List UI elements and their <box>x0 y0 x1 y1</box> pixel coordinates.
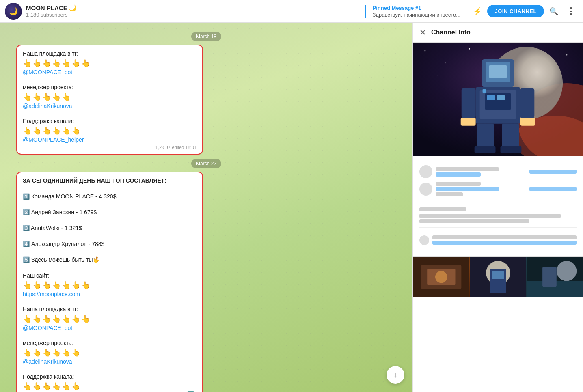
svg-rect-13 <box>520 88 534 118</box>
thumbnail-2[interactable] <box>470 257 527 297</box>
manager-link[interactable]: @adelinaKrikunova <box>23 103 72 109</box>
support-label: Поддержка канала: <box>23 373 196 381</box>
site-label: Наш сайт: <box>23 271 196 280</box>
top-message-text: ЗА СЕГОДНЯШНИЙ ДЕНЬ НАШ ТОП СОСТАВЛЯЕТ: <box>23 177 196 185</box>
svg-point-30 <box>435 271 447 283</box>
info-row-3 <box>419 234 577 246</box>
svg-rect-19 <box>500 146 521 153</box>
svg-point-24 <box>437 75 438 75</box>
emoji-decoration: 👆👆👆👆👆👆👆 <box>23 59 196 68</box>
astronaut-image <box>413 43 583 156</box>
info-row-2 <box>419 181 577 198</box>
svg-point-25 <box>566 54 568 56</box>
rank-2: 2️⃣ Андрей Занозин - 1 679$ <box>23 208 196 217</box>
channel-info-panel: ✕ Channel Info <box>412 23 583 392</box>
scroll-to-bottom-button[interactable]: ↓ <box>387 366 404 384</box>
info-line-3 <box>436 192 463 196</box>
section-line-1 <box>419 214 561 218</box>
bot-link-2[interactable]: @MOONPACE_bot <box>23 325 72 331</box>
manager-label: менеджер проекта: <box>23 339 196 347</box>
helper-link[interactable]: @MOONPLACE_helper <box>23 136 84 143</box>
svg-point-23 <box>469 48 470 50</box>
svg-rect-10 <box>487 95 495 100</box>
section-line-2 <box>419 219 529 223</box>
search-icon: 🔍 <box>549 7 558 16</box>
rank-5: 5️⃣ Здесь можешь быть ты🖐 <box>23 256 196 264</box>
info-avatar-1 <box>419 165 432 178</box>
rank-3: 3️⃣ AnutaWolki - 1 321$ <box>23 224 196 233</box>
svg-rect-34 <box>492 271 504 279</box>
close-icon: ✕ <box>419 28 426 37</box>
thumbnail-image-2 <box>470 257 527 297</box>
info-section-1 <box>419 202 577 223</box>
emoji-5: 👆👆👆👆👆👆👆 <box>23 314 196 323</box>
svg-rect-11 <box>497 95 505 100</box>
scroll-down-icon: ↓ <box>394 371 397 379</box>
info-badge <box>529 170 577 174</box>
svg-rect-12 <box>462 88 476 118</box>
chat-header: 🌙 MOON PLACE 🌙 1 180 subscribers Pinned … <box>0 0 583 23</box>
info-icon-small <box>419 235 429 245</box>
svg-point-26 <box>579 67 579 67</box>
svg-rect-14 <box>461 118 476 126</box>
platform-label: Наша площадка в тг: <box>23 305 196 314</box>
views-icon: 👁 <box>166 145 170 150</box>
channel-info: MOON PLACE 🌙 1 180 subscribers <box>26 4 365 18</box>
emoji-4: 👆👆👆👆👆👆👆 <box>23 281 196 290</box>
svg-rect-16 <box>477 124 494 148</box>
search-button[interactable]: 🔍 <box>546 4 561 19</box>
thumbnail-image-1 <box>413 257 470 297</box>
info-lines-2 <box>436 181 526 198</box>
date-badge-march22: March 22 <box>16 159 396 167</box>
thumbnail-1[interactable] <box>413 257 470 297</box>
svg-rect-20 <box>483 89 486 93</box>
pinned-message-bar[interactable]: Pinned Message #1 Здравствуй, начинающий… <box>365 5 470 18</box>
message-text-3: Поддержка канала: <box>23 117 196 125</box>
info-lines-1 <box>436 166 526 178</box>
message-text: Наша площадка в тг: <box>23 50 196 58</box>
info-content <box>413 156 583 256</box>
message-bubble: Наша площадка в тг: 👆👆👆👆👆👆👆 @MOONPACE_bo… <box>16 45 203 155</box>
section-label <box>419 207 466 211</box>
info-avatar-2 <box>419 183 432 196</box>
channel-avatar[interactable]: 🌙 <box>5 3 22 20</box>
filter-button[interactable]: ⚡ <box>470 4 485 19</box>
bot-link[interactable]: @MOONPACE_bot <box>23 69 72 75</box>
info-lines-3 <box>432 234 577 246</box>
edited-time: edited 18:01 <box>172 145 196 150</box>
emoji-decoration-2: 👆👆👆👆👆 <box>23 93 196 101</box>
thumbnail-3[interactable] <box>526 257 583 297</box>
info-row-1 <box>419 165 577 178</box>
thumbnail-image-3 <box>526 257 583 297</box>
info-line-blue <box>436 172 481 177</box>
more-icon: ⋮ <box>566 6 575 17</box>
info-line <box>436 167 499 171</box>
filter-icon: ⚡ <box>473 7 482 16</box>
info-panel-header: ✕ Channel Info <box>413 23 583 43</box>
messages-list[interactable]: March 18 Наша площадка в тг: 👆👆👆👆👆👆👆 @MO… <box>0 23 412 392</box>
svg-rect-38 <box>542 267 557 287</box>
info-panel-title: Channel Info <box>431 29 577 36</box>
svg-point-37 <box>557 261 577 281</box>
pinned-preview: Здравствуй, начинающий инвесто... <box>372 12 460 18</box>
info-line-blue-3 <box>432 241 577 245</box>
site-link[interactable]: https://moonplace.com <box>23 291 80 297</box>
info-line-2 <box>436 182 481 186</box>
close-info-panel-button[interactable]: ✕ <box>419 28 426 37</box>
info-line-blue-2 <box>436 187 499 191</box>
subscriber-count: 1 180 subscribers <box>26 12 365 18</box>
message-meta: 1,2К 👁 edited 18:01 <box>23 145 196 150</box>
svg-rect-15 <box>520 118 535 126</box>
more-button[interactable]: ⋮ <box>564 4 578 19</box>
info-section-2 <box>419 227 577 246</box>
manager-link-2[interactable]: @adelinaKrikunova <box>23 358 72 365</box>
svg-rect-6 <box>489 65 507 78</box>
join-channel-button[interactable]: JOIN CHANNEL <box>487 5 544 17</box>
info-line-4 <box>432 235 577 239</box>
emoji-decoration-3: 👆👆👆👆👆👆 <box>23 126 196 135</box>
svg-point-21 <box>424 50 425 52</box>
pinned-label: Pinned Message #1 <box>372 5 460 11</box>
date-badge-march18: March 18 <box>16 32 396 40</box>
svg-point-22 <box>445 62 446 63</box>
info-badge-2 <box>529 187 577 191</box>
